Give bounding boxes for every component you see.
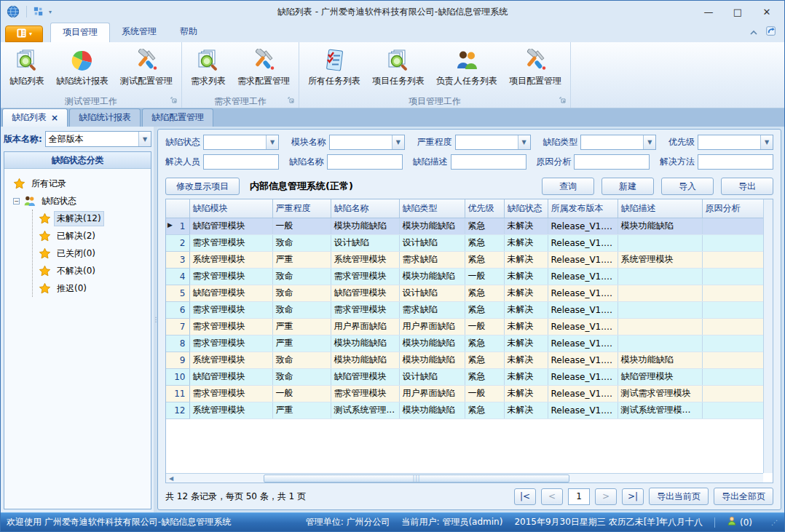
- cell[interactable]: 缺陷管理模块: [618, 368, 702, 385]
- cell[interactable]: 设计缺陷: [399, 234, 465, 251]
- tree-item[interactable]: 已解决(2): [39, 227, 151, 245]
- ribbon-tab-3[interactable]: 帮助: [168, 23, 209, 42]
- tree-item[interactable]: 不解决(0): [39, 262, 151, 279]
- messages-indicator[interactable]: (0): [727, 516, 752, 528]
- page-number-input[interactable]: 1: [568, 488, 590, 505]
- dialog-launcher-icon[interactable]: [170, 95, 177, 106]
- row-selector[interactable]: ▶1: [166, 218, 189, 234]
- cell[interactable]: 紧急: [465, 301, 504, 318]
- row-selector[interactable]: 2: [166, 234, 189, 251]
- cell[interactable]: [702, 385, 763, 402]
- chevron-down-icon[interactable]: ▼: [138, 132, 151, 146]
- cell[interactable]: Release_V1.2.0: [548, 218, 618, 234]
- cell[interactable]: 未解决: [504, 368, 548, 385]
- cell[interactable]: 致命: [272, 234, 331, 251]
- collapse-box-icon[interactable]: −: [13, 198, 20, 205]
- cell[interactable]: Release_V1.0.0: [548, 268, 618, 285]
- cell[interactable]: 系统管理模块: [331, 251, 399, 268]
- cell[interactable]: 致命: [272, 301, 331, 318]
- cell[interactable]: 未解决: [504, 234, 548, 251]
- doc-tab-2[interactable]: 缺陷统计报表: [69, 108, 141, 127]
- cell[interactable]: 模块功能缺陷: [331, 335, 399, 352]
- filter-input[interactable]: [203, 154, 279, 170]
- table-row[interactable]: 12系统管理模块严重测试系统管理...模块功能缺陷紧急未解决Release_V1…: [166, 402, 763, 418]
- cell[interactable]: 一般: [465, 318, 504, 335]
- scrollbar-thumb[interactable]: |||: [264, 475, 569, 483]
- cell[interactable]: 模块功能缺陷: [331, 352, 399, 368]
- ribbon-collapse-icon[interactable]: [749, 28, 758, 38]
- cell[interactable]: 模块功能缺陷: [399, 268, 465, 285]
- export-button[interactable]: 导出: [721, 178, 773, 195]
- filter-dropdown[interactable]: ▼: [203, 135, 279, 150]
- cell[interactable]: 需求管理模块: [189, 335, 272, 352]
- table-row[interactable]: 7需求管理模块严重用户界面缺陷用户界面缺陷一般未解决Release_V1.0.0: [166, 318, 763, 335]
- row-selector[interactable]: 12: [166, 402, 189, 418]
- row-selector[interactable]: 8: [166, 335, 189, 352]
- cell[interactable]: [618, 301, 702, 318]
- cell[interactable]: 系统管理模块: [189, 251, 272, 268]
- table-row[interactable]: 2需求管理模块致命设计缺陷设计缺陷紧急未解决Release_V1.2.0: [166, 234, 763, 251]
- cell[interactable]: 未解决: [504, 285, 548, 301]
- cell[interactable]: 严重: [272, 318, 331, 335]
- cell[interactable]: 缺陷管理模块: [331, 368, 399, 385]
- close-tab-icon[interactable]: ×: [51, 114, 58, 122]
- cell[interactable]: 未解决: [504, 301, 548, 318]
- table-row[interactable]: 11需求管理模块一般需求管理模块用户界面缺陷一般未解决Release_V1.1.…: [166, 385, 763, 402]
- table-row[interactable]: ▶1缺陷管理模块一般模块功能缺陷模块功能缺陷紧急未解决Release_V1.2.…: [166, 218, 763, 234]
- last-page-button[interactable]: >|: [622, 488, 644, 505]
- row-selector[interactable]: 9: [166, 352, 189, 368]
- filter-dropdown[interactable]: ▼: [580, 135, 656, 150]
- cell[interactable]: [702, 251, 763, 268]
- cell[interactable]: 未解决: [504, 268, 548, 285]
- maximize-button[interactable]: □: [723, 2, 752, 21]
- cell[interactable]: 需求管理模块: [331, 385, 399, 402]
- cell[interactable]: 紧急: [465, 285, 504, 301]
- query-button[interactable]: 查询: [542, 178, 594, 195]
- cell[interactable]: Release_V1.0.0: [548, 368, 618, 385]
- cell[interactable]: 测试需求管理模块: [618, 385, 702, 402]
- cell[interactable]: 需求管理模块: [189, 385, 272, 402]
- filter-dropdown[interactable]: ▼: [329, 135, 405, 150]
- cell[interactable]: 测试系统管理...: [331, 402, 399, 418]
- cell[interactable]: 模块功能缺陷: [618, 218, 702, 234]
- modify-columns-button[interactable]: 修改显示项目: [165, 178, 240, 195]
- cell[interactable]: 模块功能缺陷: [399, 352, 465, 368]
- cell[interactable]: 缺陷管理模块: [189, 285, 272, 301]
- cell[interactable]: 模块功能缺陷: [399, 218, 465, 234]
- cell[interactable]: 紧急: [465, 251, 504, 268]
- cell[interactable]: [702, 368, 763, 385]
- table-row[interactable]: 8需求管理模块严重模块功能缺陷模块功能缺陷紧急未解决Release_V1.0.0: [166, 335, 763, 352]
- cell[interactable]: Release_V1.2.0: [548, 234, 618, 251]
- cell[interactable]: 紧急: [465, 335, 504, 352]
- cell[interactable]: 模块功能缺陷: [331, 218, 399, 234]
- ribbon-button[interactable]: 需求配置管理: [233, 45, 294, 89]
- about-icon[interactable]: [765, 25, 777, 39]
- cell[interactable]: [618, 335, 702, 352]
- cell[interactable]: 一般: [272, 218, 331, 234]
- column-header[interactable]: 缺陷状态: [504, 199, 548, 218]
- chevron-down-icon[interactable]: ▼: [266, 135, 278, 149]
- cell[interactable]: [702, 352, 763, 368]
- cell[interactable]: 需求缺陷: [399, 301, 465, 318]
- cell[interactable]: [618, 234, 702, 251]
- cell[interactable]: 紧急: [465, 368, 504, 385]
- ribbon-button[interactable]: 项目任务列表: [368, 45, 429, 89]
- cell[interactable]: Release_V1.2.0: [548, 251, 618, 268]
- cell[interactable]: 需求管理模块: [189, 301, 272, 318]
- cell[interactable]: Release_V1.1.0: [548, 402, 618, 418]
- row-selector[interactable]: 4: [166, 268, 189, 285]
- cell[interactable]: 未解决: [504, 402, 548, 418]
- version-dropdown[interactable]: 全部版本 ▼: [45, 131, 151, 147]
- minimize-button[interactable]: —: [694, 2, 723, 21]
- table-row[interactable]: 3系统管理模块严重系统管理模块需求缺陷紧急未解决Release_V1.2.0系统…: [166, 251, 763, 268]
- doc-tab-1[interactable]: 缺陷列表×: [2, 108, 68, 127]
- cell[interactable]: 模块功能缺陷: [399, 402, 465, 418]
- cell[interactable]: 未解决: [504, 318, 548, 335]
- first-page-button[interactable]: |<: [514, 488, 536, 505]
- chevron-down-icon[interactable]: ▼: [518, 135, 530, 149]
- cell[interactable]: [702, 318, 763, 335]
- tree-item[interactable]: 所有记录: [13, 175, 151, 192]
- ribbon-tab-2[interactable]: 系统管理: [110, 23, 168, 42]
- cell[interactable]: 系统管理模块: [189, 402, 272, 418]
- tree-item[interactable]: 未解决(12): [39, 210, 151, 227]
